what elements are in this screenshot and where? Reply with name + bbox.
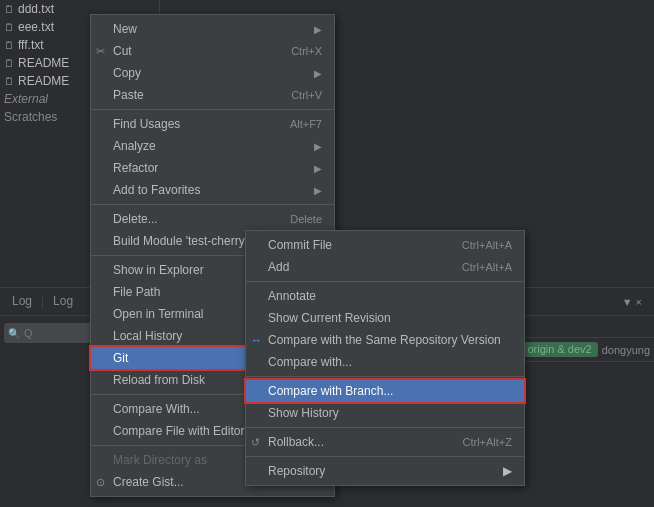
submenu-compare-branch[interactable]: Compare with Branch... bbox=[246, 380, 524, 402]
menu-item-label: Analyze bbox=[113, 139, 156, 153]
submenu-item-label: Show Current Revision bbox=[268, 311, 391, 325]
submenu-repository[interactable]: Repository ▶ bbox=[246, 460, 524, 482]
file-icon: 🗒 bbox=[4, 58, 14, 69]
gist-icon: ⊙ bbox=[96, 476, 105, 489]
menu-item-label: Show in Explorer bbox=[113, 263, 204, 277]
close-icon[interactable]: ▼ × bbox=[622, 296, 642, 308]
menu-item-copy[interactable]: Copy ▶ bbox=[91, 62, 334, 84]
submenu-arrow: ▶ bbox=[314, 163, 322, 174]
submenu-arrow: ▶ bbox=[503, 464, 512, 478]
menu-item-label: Cut bbox=[113, 44, 132, 58]
menu-item-cut[interactable]: ✂ Cut Ctrl+X bbox=[91, 40, 334, 62]
tab-separator bbox=[42, 295, 43, 309]
file-icon: 🗒 bbox=[4, 4, 14, 15]
submenu-item-label: Annotate bbox=[268, 289, 316, 303]
menu-item-label: Refactor bbox=[113, 161, 158, 175]
submenu-arrow: ▶ bbox=[314, 68, 322, 79]
shortcut-label: Ctrl+Alt+A bbox=[462, 261, 512, 273]
separator bbox=[246, 456, 524, 457]
submenu-arrow: ▶ bbox=[314, 185, 322, 196]
file-icon: 🗒 bbox=[4, 40, 14, 51]
menu-item-label: File Path bbox=[113, 285, 160, 299]
search-icon: 🔍 bbox=[8, 328, 20, 339]
submenu-annotate[interactable]: Annotate bbox=[246, 285, 524, 307]
submenu-item-label: Repository bbox=[268, 464, 325, 478]
shortcut-label: Delete bbox=[290, 213, 322, 225]
tab-log-1[interactable]: Log bbox=[4, 290, 40, 314]
menu-item-paste[interactable]: Paste Ctrl+V bbox=[91, 84, 334, 106]
submenu-item-label: Rollback... bbox=[268, 435, 324, 449]
menu-item-find-usages[interactable]: Find Usages Alt+F7 bbox=[91, 113, 334, 135]
menu-item-delete[interactable]: Delete... Delete bbox=[91, 208, 334, 230]
menu-item-label: Mark Directory as bbox=[113, 453, 207, 467]
submenu-compare-same-repo[interactable]: ↔ Compare with the Same Repository Versi… bbox=[246, 329, 524, 351]
submenu-item-label: Compare with the Same Repository Version bbox=[268, 333, 501, 347]
submenu-item-label: Compare with... bbox=[268, 355, 352, 369]
shortcut-label: Ctrl+Alt+A bbox=[462, 239, 512, 251]
submenu-compare-with[interactable]: Compare with... bbox=[246, 351, 524, 373]
separator bbox=[246, 427, 524, 428]
submenu-show-current-revision[interactable]: Show Current Revision bbox=[246, 307, 524, 329]
submenu-add[interactable]: Add Ctrl+Alt+A bbox=[246, 256, 524, 278]
submenu-item-label: Add bbox=[268, 260, 289, 274]
menu-item-label: Local History bbox=[113, 329, 182, 343]
menu-item-label: Find Usages bbox=[113, 117, 180, 131]
username-label: dongyung bbox=[602, 344, 650, 356]
shortcut-label: Ctrl+Alt+Z bbox=[462, 436, 512, 448]
submenu-arrow: ▶ bbox=[314, 24, 322, 35]
git-submenu: Commit File Ctrl+Alt+A Add Ctrl+Alt+A An… bbox=[245, 230, 525, 486]
submenu-show-history[interactable]: Show History bbox=[246, 402, 524, 424]
separator bbox=[246, 281, 524, 282]
submenu-commit-file[interactable]: Commit File Ctrl+Alt+A bbox=[246, 234, 524, 256]
menu-item-label: Paste bbox=[113, 88, 144, 102]
tab-log-2[interactable]: Log bbox=[45, 290, 81, 314]
separator bbox=[91, 109, 334, 110]
submenu-item-label: Compare with Branch... bbox=[268, 384, 393, 398]
file-icon: 🗒 bbox=[4, 22, 14, 33]
menu-item-label: Copy bbox=[113, 66, 141, 80]
rollback-icon: ↺ bbox=[251, 436, 260, 449]
submenu-rollback[interactable]: ↺ Rollback... Ctrl+Alt+Z bbox=[246, 431, 524, 453]
menu-item-label: Compare File with Editor bbox=[113, 424, 244, 438]
menu-item-add-to-favorites[interactable]: Add to Favorites ▶ bbox=[91, 179, 334, 201]
compare-icon: ↔ bbox=[251, 334, 262, 346]
shortcut-label: Alt+F7 bbox=[290, 118, 322, 130]
menu-item-label: Delete... bbox=[113, 212, 158, 226]
separator bbox=[91, 204, 334, 205]
shortcut-label: Ctrl+V bbox=[291, 89, 322, 101]
menu-item-label: Git bbox=[113, 351, 128, 365]
menu-item-label: Add to Favorites bbox=[113, 183, 200, 197]
file-icon: 🗒 bbox=[4, 76, 14, 87]
cut-icon: ✂ bbox=[96, 45, 105, 58]
menu-item-analyze[interactable]: Analyze ▶ bbox=[91, 135, 334, 157]
submenu-item-label: Show History bbox=[268, 406, 339, 420]
menu-item-refactor[interactable]: Refactor ▶ bbox=[91, 157, 334, 179]
submenu-arrow: ▶ bbox=[314, 141, 322, 152]
menu-item-label: Compare With... bbox=[113, 402, 200, 416]
menu-item-label: Open in Terminal bbox=[113, 307, 204, 321]
submenu-item-label: Commit File bbox=[268, 238, 332, 252]
menu-item-label: Create Gist... bbox=[113, 475, 184, 489]
shortcut-label: Ctrl+X bbox=[291, 45, 322, 57]
menu-item-label: Reload from Disk bbox=[113, 373, 205, 387]
separator bbox=[246, 376, 524, 377]
menu-item-label: New bbox=[113, 22, 137, 36]
menu-item-new[interactable]: New ▶ bbox=[91, 18, 334, 40]
